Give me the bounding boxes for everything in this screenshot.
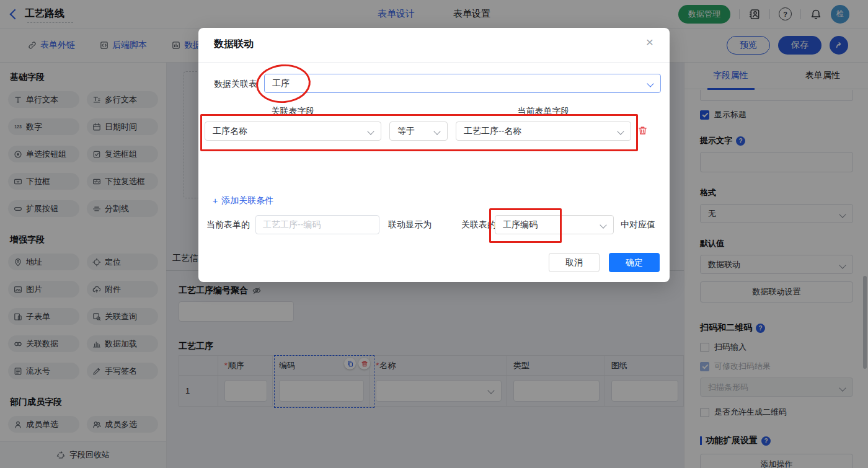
data-linkage-modal: 数据联动 × 数据关联表 工序 关联表字段 当前表单字段 工序名称 等于 工艺工…: [198, 28, 670, 282]
chevron-down-icon: [600, 221, 606, 228]
chevron-down-icon: [433, 128, 440, 135]
related-field-column-header: 关联表字段: [205, 106, 381, 117]
relation-table-select[interactable]: 工序: [264, 74, 661, 93]
modal-divider: [198, 62, 670, 63]
relation-table-label: 数据关联表: [214, 79, 257, 90]
plus-icon: +: [213, 196, 218, 206]
current-field-select[interactable]: 工艺工序--名称: [456, 121, 631, 141]
display-as-label: 联动显示为: [388, 219, 432, 231]
confirm-button[interactable]: 确定: [609, 253, 660, 272]
related-table-label: 关联表的: [461, 219, 496, 231]
chevron-down-icon: [367, 128, 374, 135]
close-icon[interactable]: ×: [646, 35, 653, 48]
current-form-label: 当前表单的: [206, 219, 250, 231]
delete-condition-button[interactable]: [637, 125, 648, 136]
current-field-column-header: 当前表单字段: [456, 106, 631, 117]
current-form-field-input[interactable]: 工艺工序--编码: [255, 215, 379, 234]
modal-title: 数据联动: [214, 38, 254, 51]
operator-select[interactable]: 等于: [389, 121, 448, 141]
corresponding-value-label: 中对应值: [621, 219, 655, 231]
add-condition-link[interactable]: + 添加关联条件: [213, 195, 273, 206]
related-field-select[interactable]: 工序名称: [205, 121, 381, 141]
cancel-button[interactable]: 取消: [549, 253, 600, 272]
related-value-select[interactable]: 工序编码: [495, 215, 614, 234]
trash-icon: [637, 125, 648, 136]
chevron-down-icon: [617, 128, 624, 135]
chevron-down-icon: [647, 80, 653, 87]
